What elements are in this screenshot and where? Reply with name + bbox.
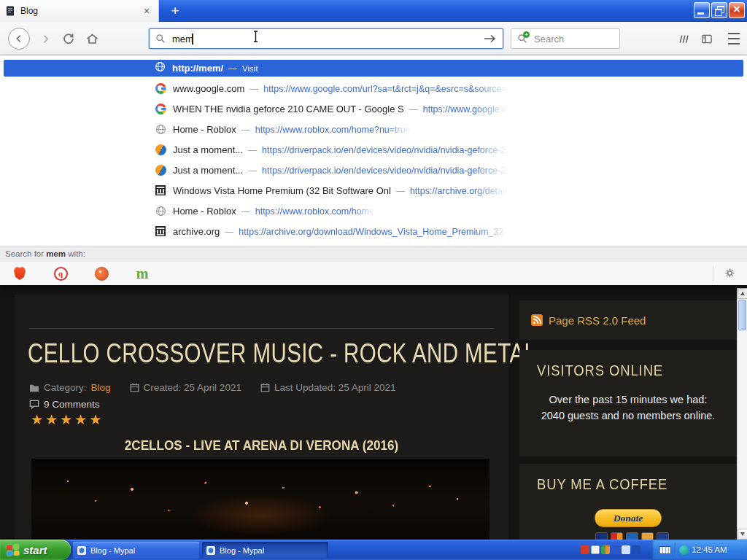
titlebar: Blog × + [0,0,747,22]
page-favicon [6,6,15,16]
scroll-up-button[interactable] [738,288,747,299]
search-with-prefix: Search for [5,249,46,258]
separator: — [241,125,250,135]
home-icon [86,33,98,44]
video-title: 2CELLOS - LIVE AT ARENA DI VERONA (2016) [27,438,496,454]
forward-arrow-icon [40,34,51,44]
rating-stars[interactable]: ★★★★★ [31,411,104,428]
search-icon [155,34,166,44]
category-link[interactable]: Blog [91,382,111,393]
start-button[interactable]: start [0,540,71,560]
tray-icon[interactable] [622,545,630,554]
donate-button[interactable]: Donate [595,509,662,527]
duckduckgo-icon[interactable] [93,265,109,281]
driverpack-favicon [155,144,166,155]
article-meta: Category: Blog Created: 25 April 2021 La… [29,382,396,393]
tray-icon[interactable] [591,545,600,554]
archive-favicon [155,226,166,236]
suggestion-url: https://driverpack.io/en/devices/video/n… [262,166,508,176]
scrollbar-thumb[interactable] [738,300,746,330]
tab-title: Blog [20,6,135,16]
calendar-icon [260,383,270,392]
tray-icon-cluster [581,545,640,554]
home-button[interactable] [82,22,102,55]
comment-icon [29,400,39,409]
up-arrow-icon [740,292,745,295]
suggestion-url: https://www.roblox.com/home?nu=true [255,125,411,135]
search-settings-gear-icon[interactable] [724,268,735,281]
separator: — [228,63,237,74]
url-suggestion-row[interactable]: Just a moment...—https://driverpack.io/e… [0,139,747,160]
task-label: Blog - Mypal [220,546,264,555]
visitors-text: Over the past 15 minutes we had: 2040 gu… [541,392,716,424]
tray-icon[interactable] [611,545,620,554]
visitors-heading: VISITORS ONLINE [537,362,663,379]
url-suggestion-row[interactable]: WHEN THE nvidia geforce 210 CAME OUT - G… [0,98,747,119]
qwant-icon[interactable]: q [53,265,69,281]
article-divider [29,328,494,329]
archive-favicon [155,185,166,195]
url-autocomplete-dropdown: http://mem/ — Visit www.google.com—https… [0,55,747,285]
suggestion-title: www.google.com [173,83,244,94]
tray-icon[interactable] [632,545,640,554]
search-bar[interactable]: + [511,28,620,49]
mojeek-icon[interactable]: m [134,265,150,281]
task-label: Blog - Mypal [90,546,135,555]
globe-favicon [155,206,166,217]
minimize-button[interactable] [694,2,710,18]
url-suggestion-row[interactable]: Just a moment...—https://driverpack.io/e… [0,160,747,180]
tray-icon[interactable] [581,545,589,554]
tab-blog[interactable]: Blog × [0,0,159,22]
go-arrow-icon[interactable] [484,34,497,43]
created-meta: Created: 25 April 2021 [130,382,241,393]
rss-feed-link[interactable]: Page RSS 2.0 Feed [549,314,646,327]
url-bar[interactable] [149,28,503,49]
url-suggestion-row[interactable]: archive.org—https://archive.org/download… [0,221,747,241]
back-button[interactable] [6,22,32,55]
keyboard-layout-icon[interactable] [659,546,671,554]
separator: — [241,206,250,217]
brave-icon[interactable] [12,265,28,281]
scroll-down-button[interactable] [738,529,747,540]
separator: — [248,166,257,176]
category-label: Category: [44,382,87,393]
url-input[interactable] [171,33,479,45]
taskbar-item-1[interactable]: Blog - Mypal [73,542,199,559]
separator: — [225,227,233,237]
autocomplete-selected-row[interactable]: http://mem/ — Visit [4,60,743,77]
globe-icon [155,61,166,75]
tray-icon[interactable] [601,545,610,554]
comments-count: 9 Comments [44,399,100,410]
google-favicon [155,83,166,94]
mouse-ibeam-cursor [252,31,259,45]
new-tab-button[interactable]: + [166,2,184,20]
separator: — [409,104,418,114]
url-suggestion-row[interactable]: Home - Roblox—https://www.roblox.com/hom… [0,201,747,221]
page-scrollbar[interactable] [737,288,747,540]
suggestion-title: WHEN THE nvidia geforce 210 CAME OUT - G… [173,104,404,114]
forward-button[interactable] [35,22,55,55]
sidebars-button[interactable] [697,22,716,55]
comments-meta[interactable]: 9 Comments [29,399,100,410]
suggestion-url: https://archive.org/download/Windows_Vis… [239,227,508,237]
search-input[interactable] [533,33,664,45]
text-caret [192,34,193,44]
tab-close-icon[interactable]: × [141,6,152,16]
library-button[interactable] [674,22,693,55]
menu-button[interactable] [724,22,743,55]
antivirus-tray-icon[interactable] [679,545,689,555]
video-thumbnail[interactable] [31,459,489,540]
close-button[interactable] [729,2,745,18]
separator: — [249,84,258,94]
refresh-button[interactable] [58,22,79,55]
calendar-icon [130,383,139,392]
url-suggestion-row[interactable]: www.google.com—https://www.google.com/ur… [0,78,747,98]
taskbar-item-2[interactable]: Blog - Mypal [202,542,328,559]
coffee-module: BUY ME A COFFEE Donate [519,464,737,540]
restore-button[interactable] [711,2,727,18]
taskbar-clock[interactable]: 12:45 AM [692,545,727,554]
url-suggestion-row[interactable]: Windows Vista Home Premium (32 Bit Softw… [0,180,747,201]
search-engine-icon: + [517,34,527,44]
url-suggestion-row[interactable]: Home - Roblox—https://www.roblox.com/hom… [0,119,747,139]
globe-favicon [155,124,166,135]
